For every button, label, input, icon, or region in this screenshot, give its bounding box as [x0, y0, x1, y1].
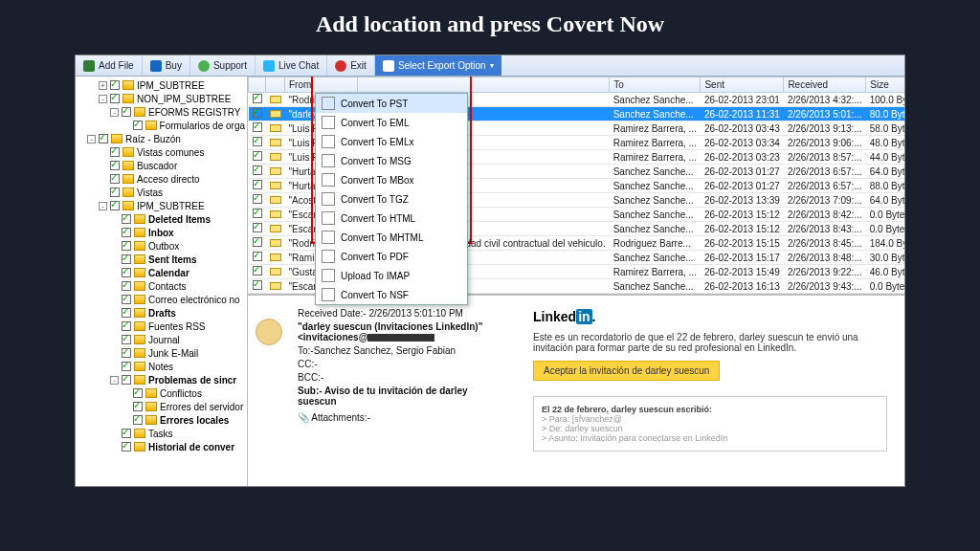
checkbox[interactable]: [133, 415, 143, 425]
export-option[interactable]: Convert To PST: [316, 94, 467, 113]
export-option[interactable]: Convert To MSG: [316, 151, 467, 170]
accept-invitation-button[interactable]: Aceptar la invitación de darley suescun: [533, 361, 720, 381]
col-received[interactable]: Received: [784, 77, 866, 93]
tree-item[interactable]: Contacts: [76, 279, 247, 293]
tree-item[interactable]: -IPM_SUBTREE: [76, 199, 247, 212]
export-option[interactable]: Convert To PDF: [316, 247, 467, 266]
checkbox[interactable]: [122, 295, 131, 304]
row-checkbox[interactable]: [249, 279, 266, 294]
col-mail-icon[interactable]: [266, 77, 285, 93]
checkbox[interactable]: [110, 174, 120, 184]
tree-item[interactable]: Journal: [76, 333, 247, 346]
exit-button[interactable]: Exit: [327, 55, 375, 76]
row-checkbox[interactable]: [249, 121, 266, 136]
export-dropdown[interactable]: Convert To PSTConvert To EMLConvert To E…: [315, 93, 468, 305]
checkbox[interactable]: [110, 187, 120, 197]
tree-item[interactable]: Formularios de orga: [76, 119, 247, 132]
row-checkbox[interactable]: [249, 136, 266, 150]
col-subject[interactable]: [358, 77, 610, 93]
checkbox[interactable]: [110, 94, 120, 103]
select-export-option-button[interactable]: Select Export Option▾: [375, 55, 501, 76]
tree-item[interactable]: Drafts: [76, 306, 247, 320]
export-option[interactable]: Convert To EML: [316, 113, 467, 132]
checkbox[interactable]: [110, 201, 120, 210]
row-checkbox[interactable]: [249, 208, 266, 222]
tree-item[interactable]: Buscador: [76, 159, 247, 172]
export-option[interactable]: Convert To TGZ: [316, 189, 467, 209]
row-checkbox[interactable]: [249, 222, 266, 236]
checkbox[interactable]: [99, 134, 108, 143]
tree-item[interactable]: Correo electrónico no: [76, 293, 247, 306]
checkbox[interactable]: [122, 254, 131, 264]
col-sent[interactable]: Sent: [701, 77, 784, 93]
support-button[interactable]: Support: [190, 55, 256, 76]
tree-item[interactable]: -NON_IPM_SUBTREE: [76, 92, 247, 105]
row-checkbox[interactable]: [249, 179, 266, 193]
toggle-icon[interactable]: -: [87, 135, 96, 143]
export-option[interactable]: Convert To MBox: [316, 170, 467, 189]
checkbox[interactable]: [122, 107, 131, 117]
tree-item[interactable]: Vistas: [76, 186, 247, 199]
export-option[interactable]: Convert To EMLx: [316, 132, 467, 151]
toggle-icon[interactable]: +: [99, 81, 107, 90]
col-size[interactable]: Size: [866, 77, 904, 93]
col-to[interactable]: To: [610, 77, 701, 93]
checkbox[interactable]: [133, 402, 143, 411]
checkbox[interactable]: [122, 335, 131, 344]
checkbox[interactable]: [122, 308, 131, 318]
row-checkbox[interactable]: [249, 107, 266, 121]
row-checkbox[interactable]: [249, 265, 266, 279]
checkbox[interactable]: [122, 281, 131, 291]
tree-item[interactable]: Errores del servidor: [76, 400, 247, 413]
tree-item[interactable]: Deleted Items: [76, 212, 247, 226]
tree-item[interactable]: -EFORMS REGISTRY: [76, 105, 247, 119]
checkbox[interactable]: [122, 429, 131, 438]
live-chat-button[interactable]: Live Chat: [256, 55, 327, 76]
tree-item[interactable]: +IPM_SUBTREE: [76, 78, 247, 92]
tree-item[interactable]: Junk E-Mail: [76, 346, 247, 360]
tree-item[interactable]: Conflictos: [76, 386, 247, 400]
tree-item[interactable]: Outbox: [76, 239, 247, 253]
checkbox[interactable]: [122, 375, 131, 385]
tree-item[interactable]: Historial de conver: [76, 440, 247, 453]
export-option[interactable]: Convert To HTML: [316, 209, 467, 228]
export-option[interactable]: Upload To IMAP: [316, 266, 467, 285]
export-option[interactable]: Convert To MHTML: [316, 228, 467, 247]
checkbox[interactable]: [122, 241, 131, 251]
toggle-icon[interactable]: -: [99, 95, 107, 103]
checkbox[interactable]: [122, 442, 131, 452]
row-checkbox[interactable]: [249, 93, 266, 107]
tree-item[interactable]: Inbox: [76, 226, 247, 239]
checkbox[interactable]: [122, 214, 131, 224]
tree-item[interactable]: Calendar: [76, 266, 247, 279]
checkbox[interactable]: [133, 121, 143, 130]
tree-item[interactable]: Errores locales: [76, 413, 247, 427]
tree-item[interactable]: Sent Items: [76, 253, 247, 266]
folder-tree[interactable]: +IPM_SUBTREE-NON_IPM_SUBTREE-EFORMS REGI…: [76, 77, 248, 486]
buy-button[interactable]: Buy: [143, 55, 190, 76]
checkbox[interactable]: [110, 80, 120, 90]
row-checkbox[interactable]: [249, 193, 266, 208]
toggle-icon[interactable]: -: [110, 376, 119, 385]
export-option[interactable]: Convert To NSF: [316, 285, 467, 304]
checkbox[interactable]: [122, 321, 131, 331]
tree-item[interactable]: Fuentes RSS: [76, 320, 247, 333]
checkbox[interactable]: [122, 348, 131, 358]
row-checkbox[interactable]: [249, 236, 266, 251]
tree-item[interactable]: -Raíz - Buzón: [76, 132, 247, 145]
toggle-icon[interactable]: -: [110, 108, 119, 117]
tree-item[interactable]: Notes: [76, 360, 247, 373]
checkbox[interactable]: [110, 161, 120, 170]
add-file-button[interactable]: Add File: [76, 55, 143, 76]
col-check[interactable]: [249, 77, 266, 93]
checkbox[interactable]: [110, 147, 120, 157]
checkbox[interactable]: [122, 362, 131, 371]
tree-item[interactable]: Vistas comunes: [76, 145, 247, 159]
checkbox[interactable]: [133, 388, 143, 398]
col-from[interactable]: From: [285, 77, 358, 93]
toggle-icon[interactable]: -: [99, 202, 107, 210]
checkbox[interactable]: [122, 228, 131, 237]
row-checkbox[interactable]: [249, 165, 266, 179]
row-checkbox[interactable]: [249, 251, 266, 265]
checkbox[interactable]: [122, 268, 131, 277]
